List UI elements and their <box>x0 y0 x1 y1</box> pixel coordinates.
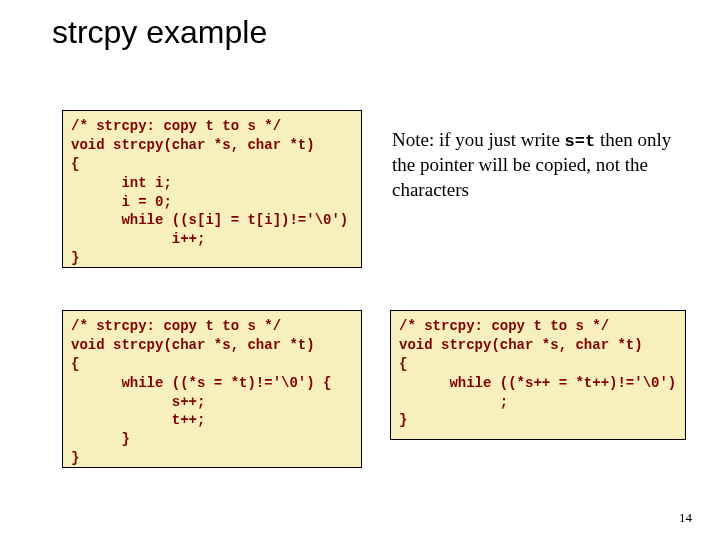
note-code: s=t <box>565 132 596 151</box>
code-block-1: /* strcpy: copy t to s */ void strcpy(ch… <box>62 110 362 268</box>
slide: strcpy example /* strcpy: copy t to s */… <box>0 0 720 540</box>
note-prefix: Note: if you just write <box>392 129 565 150</box>
note-text: Note: if you just write s=t then only th… <box>392 128 688 202</box>
page-number: 14 <box>679 510 692 526</box>
slide-title: strcpy example <box>52 14 267 51</box>
code-block-3: /* strcpy: copy t to s */ void strcpy(ch… <box>390 310 686 440</box>
code-block-2: /* strcpy: copy t to s */ void strcpy(ch… <box>62 310 362 468</box>
